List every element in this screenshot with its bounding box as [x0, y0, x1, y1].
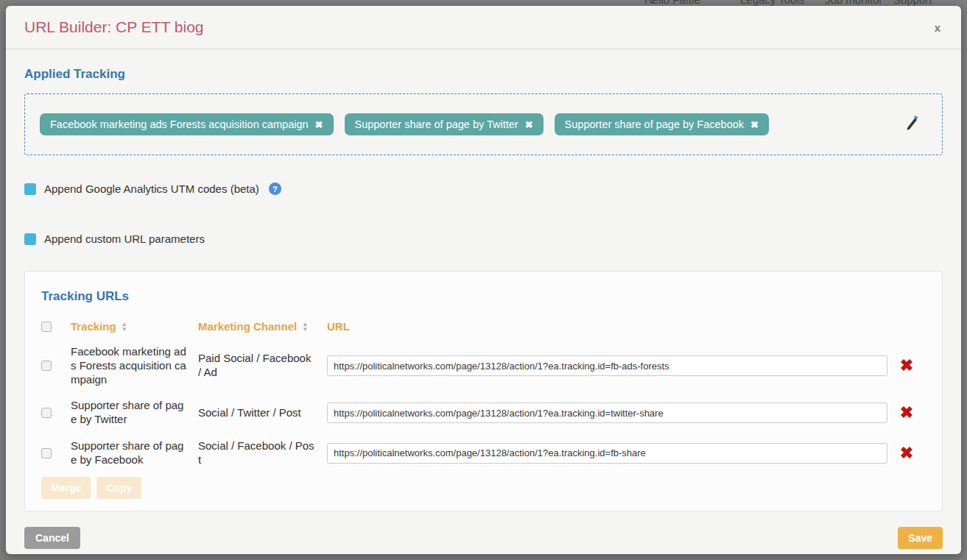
- tracking-tag-label: Facebook marketing ads Forests acquisiti…: [50, 118, 309, 130]
- tracking-urls-heading: Tracking URLs: [41, 289, 926, 304]
- custom-params-option-row: Append custom URL parameters: [24, 233, 943, 245]
- column-header-channel[interactable]: Marketing Channel ▲▼: [198, 320, 327, 333]
- table-row: Supporter share of page by Twitter Socia…: [41, 399, 926, 427]
- utm-checkbox[interactable]: [24, 183, 36, 195]
- sort-icon[interactable]: ▲▼: [302, 322, 308, 332]
- tracking-tag[interactable]: Facebook marketing ads Forests acquisiti…: [40, 113, 334, 135]
- tracking-urls-panel: Tracking URLs Tracking ▲▼ Marketing Chan…: [24, 271, 943, 511]
- remove-tag-icon[interactable]: ✖: [750, 119, 759, 130]
- nav-support[interactable]: Support: [893, 0, 932, 6]
- remove-tag-icon[interactable]: ✖: [315, 119, 323, 130]
- modal-title: URL Builder: CP ETT biog: [24, 18, 204, 36]
- help-icon[interactable]: ?: [269, 182, 281, 195]
- url-builder-modal: URL Builder: CP ETT biog x Applied Track…: [6, 6, 961, 554]
- save-button[interactable]: Save: [898, 527, 943, 549]
- delete-row-icon[interactable]: ✖: [900, 358, 913, 374]
- tracking-tag[interactable]: Supporter share of page by Facebook ✖: [555, 113, 769, 135]
- tracking-tag[interactable]: Supporter share of page by Twitter ✖: [345, 113, 544, 135]
- tracking-name-cell: Facebook marketing ads Forests acquisiti…: [71, 345, 187, 386]
- column-header-tracking[interactable]: Tracking ▲▼: [71, 320, 198, 333]
- merge-button[interactable]: Merge: [41, 477, 91, 499]
- sort-icon[interactable]: ▲▼: [122, 322, 127, 332]
- url-input[interactable]: [327, 443, 887, 464]
- tracking-name-cell: Supporter share of page by Facebook: [71, 439, 187, 467]
- row-checkbox[interactable]: [41, 361, 52, 371]
- channel-cell: Paid Social / Facebook / Ad: [198, 352, 314, 380]
- close-icon[interactable]: x: [935, 22, 940, 33]
- channel-cell: Social / Facebook / Post: [198, 439, 314, 467]
- modal-header: URL Builder: CP ETT biog x: [6, 6, 961, 49]
- copy-button[interactable]: Copy: [96, 477, 141, 499]
- tracking-tag-label: Supporter share of page by Facebook: [565, 118, 744, 130]
- edit-pencil-icon[interactable]: [904, 115, 920, 134]
- applied-tracking-heading: Applied Tracking: [24, 67, 943, 82]
- utm-option-row: Append Google Analytics UTM codes (beta)…: [24, 182, 943, 195]
- table-header-row: Tracking ▲▼ Marketing Channel ▲▼ URL: [41, 320, 926, 333]
- applied-tracking-dropzone[interactable]: Facebook marketing ads Forests acquisiti…: [24, 93, 943, 155]
- url-input[interactable]: [327, 403, 887, 423]
- nav-legacy-tools[interactable]: Legacy Tools: [740, 0, 804, 6]
- modal-footer: Cancel Save: [24, 527, 943, 549]
- column-header-url: URL: [327, 320, 887, 333]
- select-all-checkbox[interactable]: [41, 322, 52, 332]
- cancel-button[interactable]: Cancel: [24, 527, 80, 549]
- row-checkbox[interactable]: [41, 408, 52, 418]
- modal-body: Applied Tracking Facebook marketing ads …: [6, 49, 961, 549]
- tracking-name-cell: Supporter share of page by Twitter: [71, 399, 187, 427]
- nav-job-monitor[interactable]: Job monitor: [825, 0, 882, 6]
- table-row: Supporter share of page by Facebook Soci…: [41, 439, 926, 467]
- table-row: Facebook marketing ads Forests acquisiti…: [41, 345, 926, 386]
- delete-row-icon[interactable]: ✖: [900, 405, 913, 421]
- channel-cell: Social / Twitter / Post: [198, 406, 314, 420]
- custom-params-label: Append custom URL parameters: [44, 233, 205, 245]
- tracking-tag-label: Supporter share of page by Twitter: [355, 118, 518, 130]
- bulk-actions: Merge Copy: [41, 477, 926, 499]
- remove-tag-icon[interactable]: ✖: [525, 119, 533, 130]
- custom-params-checkbox[interactable]: [24, 233, 36, 245]
- utm-label: Append Google Analytics UTM codes (beta): [44, 182, 259, 195]
- row-checkbox[interactable]: [41, 448, 52, 458]
- delete-row-icon[interactable]: ✖: [900, 445, 913, 461]
- url-input[interactable]: [327, 355, 887, 376]
